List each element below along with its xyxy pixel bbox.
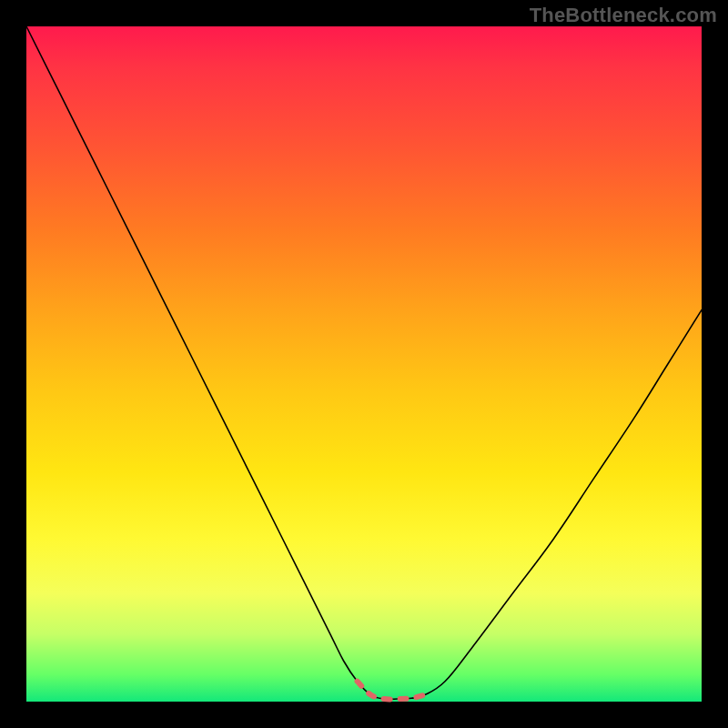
watermark-text: TheBottleneck.com [530,4,717,27]
chart-svg [26,26,702,702]
optimal-range-marker [358,682,425,700]
plot-area [26,26,702,702]
chart-frame: TheBottleneck.com [0,0,728,728]
bottleneck-curve-line [26,26,702,699]
